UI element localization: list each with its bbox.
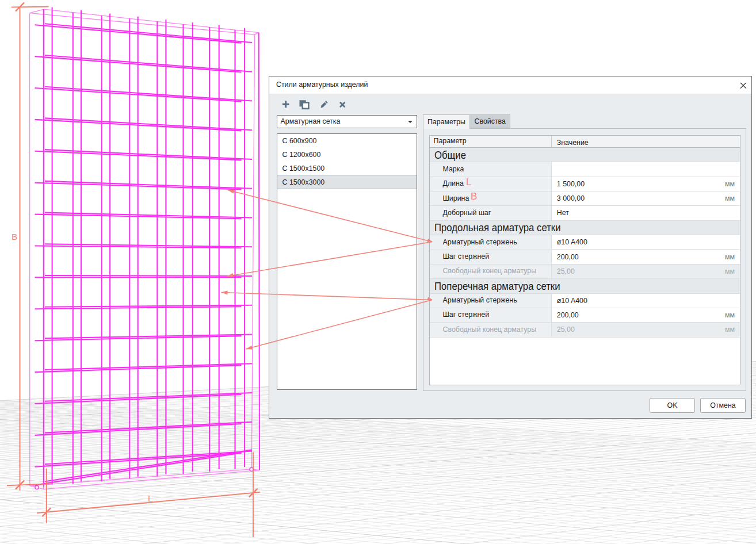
svg-text:L: L [148,493,153,503]
svg-text:B: B [12,232,17,242]
